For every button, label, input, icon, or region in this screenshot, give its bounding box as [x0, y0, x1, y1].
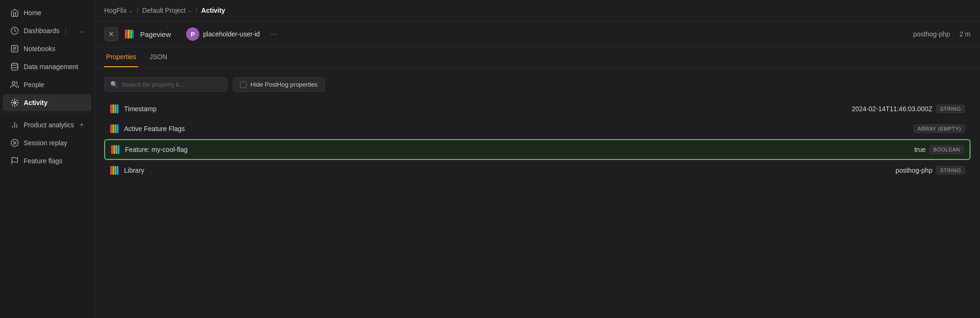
sidebar-item-activity[interactable]: Activity [3, 94, 91, 111]
property-icon [110, 166, 119, 175]
property-badge: BOOLEAN [929, 145, 964, 154]
sidebar-item-dashboards[interactable]: Dashboards ⌄ [3, 22, 91, 39]
svg-rect-23 [112, 124, 114, 133]
svg-rect-20 [115, 105, 116, 113]
sidebar-item-session-replay[interactable]: Session replay [3, 134, 91, 151]
svg-point-5 [11, 63, 18, 66]
tabs-bar: Properties JSON [95, 47, 980, 68]
svg-rect-32 [115, 166, 116, 175]
people-icon [10, 80, 19, 89]
svg-rect-29 [118, 145, 120, 154]
property-row[interactable]: Active Feature FlagsARRAY (EMPTY) [104, 119, 971, 138]
sidebar-item-data-management[interactable]: Data management [3, 58, 91, 75]
svg-rect-15 [127, 30, 130, 38]
home-icon [10, 9, 19, 17]
svg-rect-16 [130, 30, 133, 38]
header: HogFlix ⌄ / Default Project ⌄ / Activity [95, 0, 980, 21]
breadcrumb-current: Activity [201, 7, 225, 14]
svg-rect-14 [125, 30, 127, 38]
sidebar-item-home[interactable]: Home [3, 4, 91, 21]
breadcrumb-label-hogflix: HogFlix [104, 7, 126, 14]
sidebar-item-product-analytics[interactable]: Product analytics + [3, 116, 91, 133]
property-row[interactable]: Feature: my-cool-flagtrueBOOLEAN [104, 139, 971, 160]
svg-rect-21 [117, 105, 119, 113]
search-box[interactable]: 🔍 [104, 77, 227, 92]
main-content: HogFlix ⌄ / Default Project ⌄ / Activity… [95, 0, 980, 318]
property-row[interactable]: Timestamp2024-02-14T11:46:03.000ZSTRING [104, 99, 971, 118]
data-icon [10, 62, 19, 71]
svg-rect-27 [113, 145, 115, 154]
analytics-icon [10, 121, 19, 129]
property-value: posthog-php [896, 167, 933, 174]
property-icon [111, 145, 120, 154]
svg-marker-12 [14, 141, 17, 144]
event-header: ✕ Pageview P placeholder-user-id — posth… [95, 21, 980, 47]
flags-icon [10, 157, 19, 165]
search-icon: 🔍 [110, 81, 118, 88]
user-id: placeholder-user-id [203, 30, 260, 38]
svg-point-6 [12, 81, 15, 84]
hide-button-label: Hide PostHog properties [250, 81, 318, 88]
hide-posthog-button[interactable]: Hide PostHog properties [233, 77, 325, 92]
property-icon [110, 124, 119, 133]
property-row[interactable]: Libraryposthog-phpSTRING [104, 161, 971, 180]
svg-rect-24 [115, 124, 116, 133]
property-icon [110, 104, 119, 114]
event-name: Pageview [140, 30, 171, 38]
chevron-down-icon: ⌄ [128, 8, 133, 14]
more-indicator: 2 m [960, 30, 971, 38]
property-badge: ARRAY (EMPTY) [914, 124, 965, 133]
sidebar-label-activity: Activity [24, 99, 48, 106]
sidebar-label-feature-flags: Feature flags [24, 157, 62, 165]
sidebar: Home Dashboards ⌄ Notebooks [0, 0, 95, 318]
sidebar-label-notebooks: Notebooks [24, 45, 55, 53]
close-button[interactable]: ✕ [104, 27, 118, 41]
sidebar-label-data-management: Data management [24, 63, 78, 71]
avatar: P [186, 27, 199, 41]
sidebar-label-home: Home [24, 9, 41, 17]
user-badge: P placeholder-user-id [186, 27, 260, 41]
svg-rect-33 [117, 166, 119, 175]
property-value: true [914, 146, 926, 153]
svg-point-7 [14, 102, 16, 104]
svg-rect-25 [117, 124, 119, 133]
svg-rect-28 [116, 145, 117, 154]
property-badge: STRING [936, 166, 965, 175]
tab-properties[interactable]: Properties [104, 47, 138, 67]
activity-icon [10, 98, 19, 107]
dashboards-icon [10, 26, 19, 35]
breadcrumb-sep-2: / [196, 7, 197, 14]
property-name: Timestamp [124, 105, 852, 113]
separator [65, 27, 66, 35]
property-value: 2024-02-14T11:46:03.000Z [852, 105, 932, 113]
sidebar-label-session-replay: Session replay [24, 139, 67, 147]
search-input[interactable] [122, 81, 221, 88]
notebooks-icon [10, 44, 19, 53]
properties-content: 🔍 Hide PostHog properties Timestamp2024-… [95, 68, 980, 318]
property-badge: STRING [936, 105, 965, 113]
svg-rect-22 [110, 124, 112, 133]
pageview-icon [124, 29, 134, 39]
svg-point-11 [11, 140, 18, 147]
hide-checkbox[interactable] [240, 81, 247, 88]
sidebar-label-people: People [24, 81, 45, 88]
replay-icon [10, 139, 19, 147]
library-name: posthog-php [913, 30, 950, 38]
sidebar-divider [0, 114, 94, 114]
property-name: Feature: my-cool-flag [125, 146, 914, 153]
sidebar-item-notebooks[interactable]: Notebooks [3, 40, 91, 57]
sidebar-item-feature-flags[interactable]: Feature flags [3, 152, 91, 169]
breadcrumb-sep-1: / [136, 7, 138, 14]
plus-icon[interactable]: + [80, 121, 84, 129]
chevron-down-icon: ⌄ [80, 28, 84, 34]
sidebar-label-dashboards: Dashboards [24, 27, 60, 35]
breadcrumb-default-project[interactable]: Default Project ⌄ [142, 7, 192, 14]
breadcrumb-hogflix[interactable]: HogFlix ⌄ [104, 7, 133, 14]
sidebar-item-people[interactable]: People [3, 76, 91, 93]
chevron-down-icon: ⌄ [187, 8, 192, 14]
tab-json[interactable]: JSON [148, 47, 169, 67]
search-row: 🔍 Hide PostHog properties [104, 77, 971, 92]
svg-rect-31 [112, 166, 114, 175]
sidebar-label-product-analytics: Product analytics [24, 121, 74, 129]
svg-rect-19 [112, 105, 114, 113]
